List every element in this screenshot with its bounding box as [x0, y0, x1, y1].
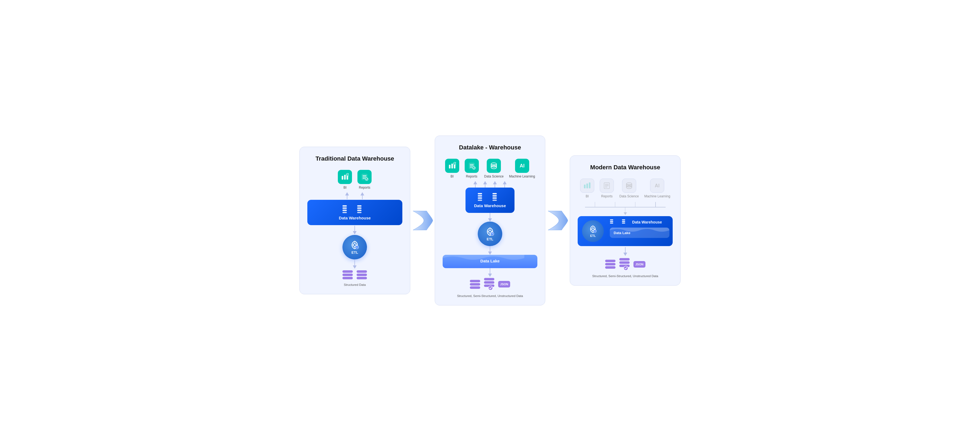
- dl-lake-label: Data Lake: [480, 259, 500, 263]
- datalake-output-icons: BI Reports: [445, 159, 535, 178]
- svg-point-29: [473, 167, 475, 169]
- traditional-dw-box: Data Warehouse: [307, 200, 402, 225]
- modern-data-source: JSON Structured, Semi-Structured, Unstru…: [592, 258, 658, 278]
- mod-ml-icon: AI: [650, 178, 664, 193]
- mod-right-area: Data Warehouse Data Lake: [608, 216, 673, 246]
- mod-reports-label: Reports: [601, 194, 612, 198]
- dl-bi-icon: [445, 159, 459, 173]
- dl-etl-lake-conn: [488, 246, 492, 255]
- svg-rect-68: [610, 223, 613, 223]
- dl-db2: [484, 278, 494, 290]
- mod-lake-src-conn: [624, 247, 627, 256]
- svg-point-72: [624, 266, 628, 270]
- svg-rect-39: [478, 199, 482, 201]
- svg-point-65: [594, 231, 596, 232]
- dl-dw-etl-conn: [488, 213, 492, 221]
- svg-text:AI: AI: [655, 183, 660, 188]
- svg-rect-42: [492, 197, 497, 199]
- trad-db2: [356, 270, 367, 279]
- dl-json: JSON: [498, 281, 510, 287]
- datalake-card: Datalake - Warehouse BI: [435, 135, 546, 306]
- mod-ds-item: Data Science: [619, 178, 639, 198]
- svg-point-48: [488, 286, 493, 290]
- traditional-output-icons: BI Reports: [338, 170, 372, 189]
- svg-rect-41: [492, 195, 497, 197]
- traditional-card: Traditional Data Warehouse BI: [299, 147, 410, 294]
- traditional-data-source: Structured Data: [342, 270, 367, 287]
- trad-db-icons: [342, 270, 367, 279]
- mod-reports-item: Reports: [600, 178, 614, 198]
- bi-icon: [338, 170, 352, 184]
- mod-dw-table-icons: [610, 219, 629, 225]
- mod-bi-label: BI: [586, 194, 589, 198]
- dl-ds-item: Data Science: [484, 159, 504, 178]
- mod-bracket: [578, 202, 673, 215]
- svg-rect-51: [589, 182, 590, 188]
- svg-rect-11: [342, 210, 347, 211]
- dl-ml-icon: AI: [515, 159, 529, 173]
- svg-rect-50: [586, 183, 588, 188]
- reports-label: Reports: [359, 186, 370, 189]
- svg-rect-38: [478, 197, 482, 199]
- svg-rect-15: [357, 210, 361, 211]
- dl-dw-col: Data Warehouse: [442, 188, 538, 255]
- svg-rect-12: [342, 212, 347, 213]
- datalake-data-source: JSON Structured, Semi-Structured, Unstru…: [457, 278, 523, 298]
- datalake-title: Datalake - Warehouse: [459, 144, 521, 151]
- mod-db-icons: JSON: [605, 258, 646, 271]
- mod-lake-embedded: Data Lake: [610, 228, 670, 238]
- reports-icon-item: Reports: [358, 170, 372, 189]
- main-container: Traditional Data Warehouse BI: [299, 135, 681, 306]
- modern-card: Modern Data Warehouse BI: [570, 156, 681, 285]
- svg-point-3: [346, 174, 349, 176]
- bi-icon-item: BI: [338, 170, 352, 189]
- svg-rect-70: [622, 221, 625, 222]
- mod-ds-icon: [622, 178, 636, 193]
- modern-dw-combined-box: ETL: [578, 216, 673, 246]
- modern-etl-area: ETL: [578, 216, 608, 246]
- svg-rect-67: [610, 221, 613, 222]
- modern-etl-label: ETL: [590, 234, 596, 237]
- mod-json: JSON: [633, 261, 646, 267]
- svg-rect-14: [357, 207, 361, 209]
- svg-rect-36: [478, 193, 482, 194]
- dl-bi-label: BI: [450, 175, 453, 178]
- mod-dw-header: Data Warehouse: [610, 219, 670, 225]
- dw-table-icons: [342, 205, 367, 213]
- dl-ds-icon: [487, 159, 501, 173]
- mod-db2: [619, 258, 630, 271]
- svg-rect-43: [492, 199, 497, 201]
- svg-rect-22: [451, 164, 453, 169]
- arrow1: [410, 204, 435, 237]
- svg-text:AI: AI: [520, 163, 525, 169]
- arrow2: [545, 204, 570, 237]
- mod-dw-label: Data Warehouse: [632, 220, 662, 224]
- traditional-source-label: Structured Data: [344, 283, 366, 287]
- svg-rect-1: [344, 175, 346, 180]
- trad-dw-etl-conn: [353, 226, 356, 234]
- mod-reports-icon: [600, 178, 614, 193]
- modern-title: Modern Data Warehouse: [590, 164, 660, 171]
- trad-arrows-up: [345, 192, 364, 199]
- mod-bi-item: BI: [580, 178, 594, 198]
- trad-etl-src-conn: [353, 260, 356, 269]
- datalake-dw-box: Data Warehouse: [466, 188, 514, 213]
- dl-reports-item: Reports: [465, 159, 479, 178]
- dl-ml-label: Machine Learning: [509, 175, 535, 178]
- dl-etl-label: ETL: [487, 237, 493, 241]
- svg-rect-69: [622, 219, 625, 220]
- mod-ml-item: AI Machine Learning: [644, 178, 670, 198]
- datalake-lake-box: Data Lake: [442, 255, 538, 268]
- svg-rect-21: [449, 165, 450, 169]
- dl-bi-item: BI: [445, 159, 459, 178]
- mod-db1: [605, 260, 616, 269]
- mod-ml-label: Machine Learning: [644, 194, 670, 198]
- dl-db1: [470, 280, 480, 289]
- svg-rect-10: [342, 207, 347, 209]
- dl-dw-label: Data Warehouse: [474, 203, 506, 208]
- traditional-dw-label: Data Warehouse: [339, 216, 371, 220]
- traditional-etl-label: ETL: [352, 250, 358, 255]
- dl-reports-label: Reports: [466, 175, 477, 178]
- dl-source-label: Structured, Semi-Structured, Unstructure…: [457, 294, 523, 298]
- datalake-etl: ETL: [478, 221, 502, 246]
